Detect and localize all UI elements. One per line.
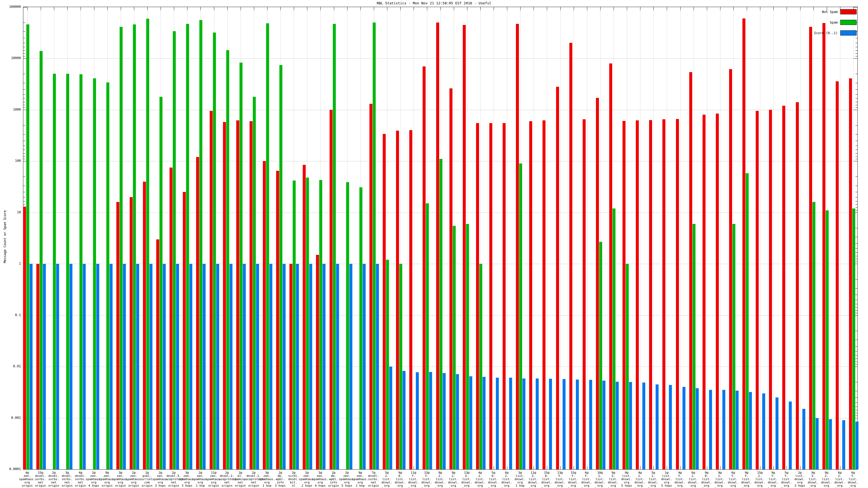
bar-score (256, 264, 259, 469)
x-tick (720, 466, 720, 469)
x-gridline (653, 7, 654, 469)
bar-not-spam (409, 130, 412, 469)
x-gridline (587, 7, 587, 469)
y-minor-tick (856, 402, 858, 403)
x-tick (454, 7, 454, 10)
bar-score (110, 264, 113, 469)
bar-not-spam (489, 123, 492, 469)
y-minor-tick (856, 98, 858, 99)
x-tick (187, 7, 187, 10)
y-minor-tick (856, 150, 858, 150)
y-minor-tick (856, 43, 858, 43)
bar-not-spam (303, 165, 306, 469)
bar-not-spam (276, 171, 279, 469)
x-tick (734, 7, 734, 10)
bar-score (775, 397, 778, 469)
x-gridline (840, 7, 840, 469)
bar-not-spam (756, 111, 759, 469)
bar-spam (80, 74, 83, 469)
bar-spam (852, 208, 855, 469)
x-gridline (680, 7, 681, 469)
bar-spam (213, 33, 216, 469)
x-tick (653, 7, 654, 10)
bar-spam (133, 24, 136, 469)
bar-not-spam (210, 111, 213, 469)
bar-not-spam (769, 110, 772, 469)
bar-not-spam (703, 115, 706, 469)
bar-score (602, 381, 606, 469)
x-gridline (773, 7, 774, 469)
y-minor-tick (856, 94, 858, 95)
bar-score (563, 379, 565, 469)
y-minor-tick (23, 141, 25, 141)
y-minor-tick (23, 150, 25, 150)
x-tick (533, 7, 534, 10)
y-minor-tick (856, 391, 858, 391)
bar-spam (120, 27, 123, 469)
x-tick (813, 7, 814, 10)
x-gridline (720, 7, 720, 469)
legend-item-score: Score (0..1) (814, 30, 857, 35)
y-major-tick (854, 7, 858, 7)
y-minor-tick (856, 228, 858, 228)
bar-spam (626, 264, 629, 469)
bar-not-spam (849, 78, 852, 469)
x-gridline (560, 7, 561, 469)
legend-label-spam: Spam (830, 21, 838, 24)
legend-label-not-spam: Not Spam (822, 10, 838, 14)
bar-spam (826, 210, 829, 469)
x-tick (600, 7, 600, 10)
y-minor-tick (856, 192, 858, 192)
x-tick (707, 466, 707, 469)
bar-not-spam (130, 197, 133, 469)
bar-score (43, 264, 46, 469)
bar-spam (306, 177, 309, 469)
bar-spam (319, 180, 322, 469)
bar-score (336, 264, 339, 469)
bar-score (56, 264, 59, 469)
bar-score (283, 264, 286, 469)
bar-spam (453, 226, 456, 469)
y-minor-tick (23, 125, 25, 126)
bar-spam (53, 74, 56, 469)
bar-spam (159, 97, 162, 469)
plot-area (23, 7, 858, 469)
y-minor-tick (856, 313, 858, 313)
bar-score (549, 379, 552, 469)
x-tick (81, 7, 81, 10)
bar-score (296, 264, 299, 469)
y-minor-tick (23, 43, 25, 43)
bar-spam (279, 65, 282, 469)
y-minor-tick (856, 243, 858, 244)
bar-score (709, 390, 712, 469)
bar-score (802, 409, 805, 469)
y-minor-tick (23, 107, 25, 108)
y-tick-label: 0.01 (2, 365, 21, 368)
bar-not-spam (183, 192, 186, 469)
bar-not-spam (609, 63, 612, 469)
y-minor-tick (856, 295, 858, 295)
x-tick (280, 7, 281, 10)
y-minor-tick (856, 359, 858, 359)
y-minor-tick (856, 310, 858, 311)
bar-not-spam (196, 157, 199, 469)
y-minor-tick (23, 47, 25, 47)
y-minor-tick (856, 364, 858, 364)
y-minor-tick (856, 159, 858, 159)
y-minor-tick (856, 248, 858, 249)
x-gridline (786, 7, 787, 469)
x-tick (640, 7, 641, 10)
x-tick (374, 7, 374, 10)
x-tick (361, 7, 361, 10)
y-minor-tick (23, 31, 25, 32)
y-minor-tick (23, 192, 25, 192)
bar-not-spam (263, 161, 266, 469)
y-minor-tick (23, 201, 25, 201)
bar-score (203, 264, 206, 469)
bar-spam (226, 50, 229, 469)
bar-not-spam (689, 72, 692, 469)
bar-score (349, 264, 352, 469)
bar-not-spam (742, 19, 745, 469)
bar-score (589, 380, 592, 469)
bar-score (443, 373, 446, 469)
